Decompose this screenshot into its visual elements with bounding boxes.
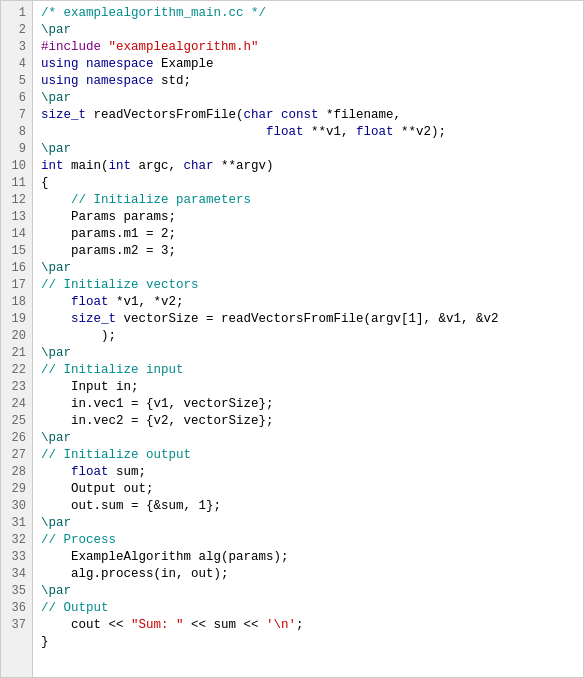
code-area: 1234567891011121314151617181920212223242…: [1, 1, 583, 677]
editor-container: 1234567891011121314151617181920212223242…: [0, 0, 584, 678]
code-content[interactable]: /* examplealgorithm_main.cc */\par#inclu…: [33, 1, 583, 677]
line-numbers: 1234567891011121314151617181920212223242…: [1, 1, 33, 677]
